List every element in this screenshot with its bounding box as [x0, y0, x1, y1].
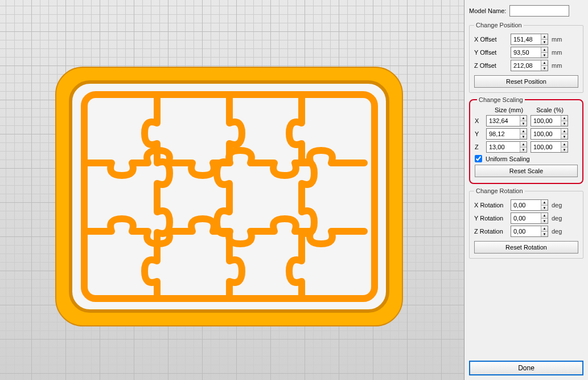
model-puzzle-cutter[interactable] — [51, 63, 407, 330]
y-offset-label: Y Offset — [474, 49, 507, 56]
reset-rotation-button[interactable]: Reset Rotation — [474, 241, 578, 254]
model-name-input[interactable] — [509, 5, 569, 17]
spin-down-icon[interactable]: ▼ — [541, 206, 548, 211]
spin-down-icon[interactable]: ▼ — [520, 134, 527, 140]
reset-position-button[interactable]: Reset Position — [474, 75, 578, 88]
spin-up-icon[interactable]: ▲ — [561, 142, 568, 148]
scale-x-label: X — [475, 117, 483, 124]
uniform-scaling-label: Uniform Scaling — [486, 156, 530, 162]
unit-deg: deg — [552, 202, 562, 209]
z-offset-label: Z Offset — [474, 62, 507, 69]
spin-up-icon[interactable]: ▲ — [520, 116, 527, 121]
y-rotation-label: Y Rotation — [474, 215, 507, 222]
unit-mm: mm — [552, 36, 562, 43]
position-legend: Change Position — [474, 22, 524, 28]
x-rotation-label: X Rotation — [474, 202, 507, 209]
spin-down-icon[interactable]: ▼ — [561, 121, 568, 126]
spin-up-icon[interactable]: ▲ — [561, 129, 568, 134]
scale-header: Scale (%) — [531, 107, 569, 113]
spin-up-icon[interactable]: ▲ — [541, 34, 548, 40]
spin-down-icon[interactable]: ▼ — [541, 219, 548, 224]
spin-up-icon[interactable]: ▲ — [541, 200, 548, 206]
unit-deg: deg — [552, 228, 562, 235]
scaling-legend: Change Scaling — [477, 96, 525, 103]
spin-down-icon[interactable]: ▼ — [541, 232, 548, 237]
scale-y-label: Y — [475, 130, 483, 137]
spin-up-icon[interactable]: ▲ — [541, 60, 548, 66]
spin-up-icon[interactable]: ▲ — [520, 129, 527, 134]
model-name-row: Model Name: — [469, 5, 583, 17]
spin-down-icon[interactable]: ▼ — [561, 148, 568, 153]
spin-down-icon[interactable]: ▼ — [541, 40, 548, 45]
scaling-group: Change Scaling Size (mm)Scale (%) X▲▼▲▼ … — [469, 96, 583, 184]
scale-z-label: Z — [475, 144, 483, 150]
spin-up-icon[interactable]: ▲ — [520, 142, 527, 148]
spin-up-icon[interactable]: ▲ — [541, 226, 548, 232]
spin-down-icon[interactable]: ▼ — [541, 66, 548, 71]
unit-deg: deg — [552, 215, 562, 222]
spin-up-icon[interactable]: ▲ — [541, 213, 548, 219]
spin-down-icon[interactable]: ▼ — [541, 53, 548, 58]
uniform-scaling-checkbox[interactable] — [475, 155, 482, 162]
size-header: Size (mm) — [488, 107, 529, 113]
rotation-group: Change Rotation X Rotation▲▼deg Y Rotati… — [469, 187, 583, 259]
model-name-label: Model Name: — [469, 7, 506, 14]
done-button[interactable]: Done — [469, 361, 583, 375]
viewport-3d[interactable] — [0, 0, 464, 380]
spin-down-icon[interactable]: ▼ — [520, 121, 527, 126]
spin-down-icon[interactable]: ▼ — [561, 134, 568, 140]
spin-down-icon[interactable]: ▼ — [520, 148, 527, 153]
spin-up-icon[interactable]: ▲ — [541, 47, 548, 53]
unit-mm: mm — [552, 62, 562, 69]
position-group: Change Position X Offset▲▼mm Y Offset▲▼m… — [469, 22, 583, 93]
spin-up-icon[interactable]: ▲ — [561, 116, 568, 121]
uniform-scaling-row[interactable]: Uniform Scaling — [475, 155, 578, 162]
reset-scale-button[interactable]: Reset Scale — [475, 165, 578, 177]
properties-panel: Model Name: Change Position X Offset▲▼mm… — [464, 0, 588, 380]
unit-mm: mm — [552, 49, 562, 56]
rotation-legend: Change Rotation — [474, 187, 525, 194]
x-offset-label: X Offset — [474, 36, 507, 43]
z-rotation-label: Z Rotation — [474, 228, 507, 235]
